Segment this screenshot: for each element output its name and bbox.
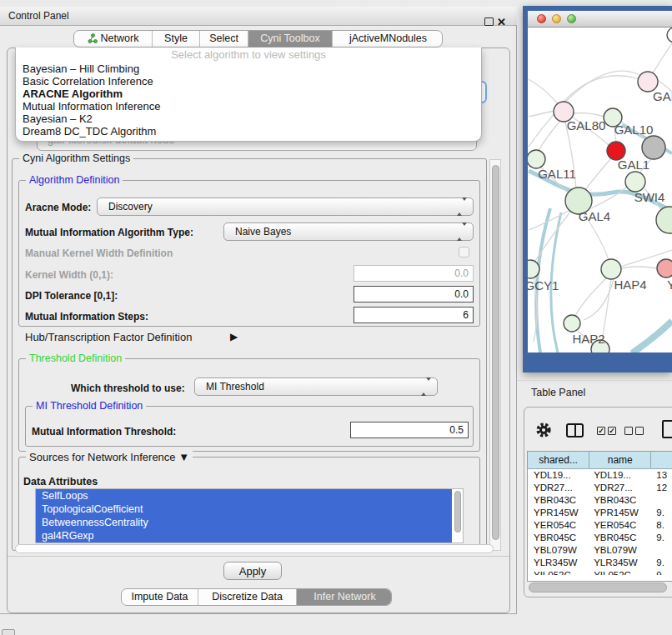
mi-steps-label: Mutual Information Steps: [25, 311, 148, 322]
node-label: HAP2 [572, 332, 604, 346]
list-item-gal4rgexp[interactable]: gal4RGexp [36, 529, 452, 542]
algorithm-definition-title: Algorithm Definition [26, 174, 123, 187]
tab-network[interactable]: Network [74, 31, 153, 47]
node-label: GAL80 [567, 118, 606, 132]
table-row[interactable]: YPR145WYPR145W9. [528, 507, 672, 519]
node-label: GAL10 [614, 122, 654, 137]
dropdown-item-dream8[interactable]: Dream8 DC_TDC Algorithm [16, 125, 481, 138]
table-row[interactable]: YBR045CYBR045C9. [528, 532, 672, 544]
table-row[interactable]: YDR27...YDR27...12 [528, 482, 672, 494]
network-window-titlebar [528, 11, 672, 28]
which-threshold-label: Which threshold to use: [71, 382, 185, 394]
list-scrollbar-thumb[interactable] [454, 491, 461, 532]
node-hap2[interactable] [564, 315, 580, 332]
document-icon[interactable] [662, 420, 672, 438]
dropdown-item-bayesian-k2[interactable]: Bayesian – K2 [16, 112, 481, 125]
mi-steps-field[interactable]: 6 [354, 307, 474, 323]
aracne-mode-combo[interactable]: Discovery [97, 198, 474, 216]
table-panel-title: Table Panel [531, 387, 585, 398]
tab-style[interactable]: Style [153, 31, 200, 47]
column-header-cut[interactable] [651, 452, 672, 469]
close-traffic-light[interactable] [537, 14, 546, 23]
manual-kernel-width-label: Manual Kernel Width Definition [25, 248, 173, 259]
node-unlabeled-top[interactable] [667, 28, 672, 42]
table-horizontal-scrollbar-thumb[interactable] [529, 582, 667, 592]
aracne-mode-label: Aracne Mode: [25, 202, 91, 213]
tab-select[interactable]: Select [200, 31, 248, 47]
settings-scrollbar-track[interactable] [489, 159, 501, 551]
table-row[interactable]: YDL19...YDL19...13 [528, 469, 672, 482]
tab-cyni-toolbox[interactable]: Cyni Toolbox [248, 31, 333, 47]
tab-discretize-data[interactable]: Discretize Data [198, 589, 297, 605]
column-header-name[interactable]: name [589, 452, 651, 469]
columns-icon[interactable] [566, 423, 584, 438]
float-window-icon[interactable] [484, 18, 494, 26]
mi-algorithm-type-combo[interactable]: Naive Bayes [223, 222, 474, 241]
node-label: GCY1 [528, 278, 559, 292]
table-row[interactable]: YBR043CYBR043C [528, 494, 672, 507]
kernel-width-field: 0.0 [354, 265, 474, 282]
control-panel-titlebar: Control Panel ✕ [0, 7, 517, 26]
unchecked-columns-icon[interactable] [624, 427, 644, 435]
tab-impute-data[interactable]: Impute Data [122, 589, 198, 605]
node-table: shared... name YDL19...YDL19...13 YDR27.… [527, 451, 672, 582]
node-label: GAL4 [579, 209, 610, 223]
list-item-topologicalcoefficient[interactable]: TopologicalCoefficient [36, 502, 452, 516]
expand-arrow-icon[interactable]: ▶ [230, 331, 238, 342]
tab-jactivemnodules[interactable]: jActiveMNodules [333, 31, 443, 47]
dropdown-item-bayesian-hill-climbing[interactable]: Bayesian – Hill Climbing [16, 62, 481, 75]
settings-scrollbar-thumb[interactable] [492, 165, 499, 540]
column-header-shared[interactable]: shared... [528, 452, 589, 469]
node-label: HAP4 [614, 278, 646, 292]
table-row[interactable]: YLR345WYLR345W9. [528, 557, 672, 569]
node-unlabeled-right[interactable] [656, 207, 672, 233]
mi-algorithm-type-label: Mutual Information Algorithm Type: [25, 227, 193, 238]
zoom-traffic-light[interactable] [567, 14, 576, 23]
collapse-arrow-icon[interactable]: ▼ [178, 451, 189, 463]
network-canvas[interactable]: GAL GAL80 GAL10 GAL1 GAL11 SWI4 GAL4 GCY… [528, 28, 672, 352]
node-swi4[interactable] [625, 172, 645, 192]
table-panel-divider [517, 380, 672, 381]
bottom-tab-bar: Impute Data Discretize Data Infer Networ… [121, 588, 392, 606]
close-icon[interactable]: ✕ [497, 14, 506, 31]
algorithm-dropdown-popup: Select algorithm to view settings Bayesi… [15, 48, 482, 142]
minimized-panel-chip[interactable] [2, 629, 15, 635]
dropdown-item-aracne[interactable]: ARACNE Algorithm [16, 88, 481, 100]
which-threshold-combo[interactable]: MI Threshold [194, 378, 438, 396]
node-salmon[interactable] [657, 259, 672, 278]
apply-button[interactable]: Apply [223, 562, 282, 580]
mi-threshold-field[interactable]: 0.5 [350, 422, 469, 438]
dropdown-item-mutual-information[interactable]: Mutual Information Inference [16, 100, 481, 112]
panel-divider [8, 556, 509, 557]
mi-threshold-label: Mutual Information Threshold: [32, 426, 176, 438]
table-row[interactable]: YIL052CYIL052C9 [528, 569, 672, 575]
table-header-row: shared... name [528, 452, 672, 469]
control-panel-tab-bar: Network Style Select Cyni Toolbox jActiv… [73, 30, 443, 48]
kernel-width-label: Kernel Width (0,1): [25, 269, 113, 281]
dpi-tolerance-label: DPI Tolerance [0,1]: [25, 290, 118, 302]
screen: Control Panel ✕ Network Style Select Cyn… [0, 0, 672, 635]
checked-columns-icon[interactable]: ✓✓ [597, 427, 616, 435]
node-gal11[interactable] [528, 150, 545, 168]
node-hap4[interactable] [601, 259, 621, 279]
combo-arrows-icon [457, 201, 467, 212]
node-label: GAL11 [538, 167, 576, 181]
dropdown-item-basic-correlation[interactable]: Basic Correlation Inference [16, 75, 481, 88]
control-panel-title: Control Panel [8, 7, 69, 25]
hub-section-label: Hub/Transcription Factor Definition [25, 331, 192, 343]
node-label: SWI4 [634, 190, 665, 204]
table-row[interactable]: YBL079WYBL079W [528, 544, 672, 557]
dpi-tolerance-field[interactable]: 0.0 [354, 286, 474, 302]
node-label: GAL [653, 89, 672, 103]
tab-infer-network[interactable]: Infer Network [297, 589, 392, 605]
list-item-betweennesscentrality[interactable]: BetweennessCentrality [36, 516, 452, 529]
table-row[interactable]: YER054CYER054C8. [528, 519, 672, 532]
node-gray[interactable] [642, 136, 665, 159]
gear-icon[interactable] [534, 421, 553, 442]
node-label: Y [667, 278, 672, 292]
horizontal-scrollbar[interactable] [15, 544, 494, 553]
minimize-traffic-light[interactable] [552, 14, 561, 23]
combo-arrows-icon [457, 226, 467, 238]
node-label: GAL1 [618, 158, 649, 172]
list-item-selfloops[interactable]: SelfLoops [36, 489, 452, 502]
